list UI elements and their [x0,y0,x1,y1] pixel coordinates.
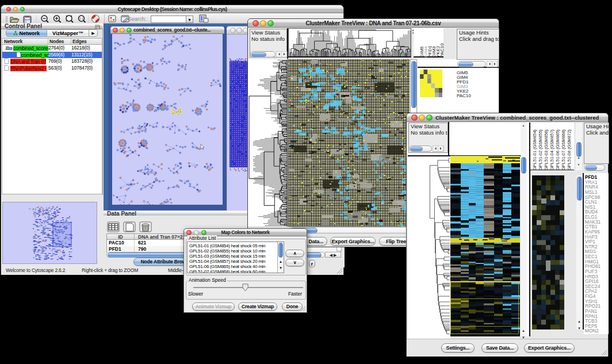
svg-text:Search:: Search: [128,16,146,22]
svg-text:1:1: 1:1 [79,17,84,20]
